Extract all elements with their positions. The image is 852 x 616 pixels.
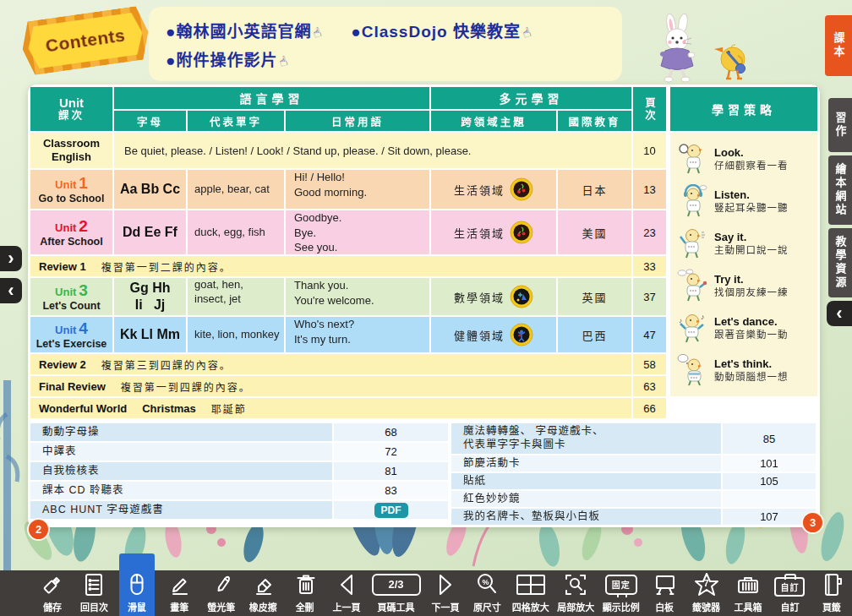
- previous-page-button[interactable]: 上一頁: [330, 570, 363, 616]
- row-unit1-letters: Aa Bb Cc: [114, 170, 186, 209]
- zoom-percent-icon: %: [474, 571, 500, 598]
- appendix-item: 動動字母操: [30, 423, 332, 441]
- row-classroom-title: ClassroomEnglish: [30, 133, 112, 168]
- page-number-tool[interactable]: 2/3 頁碼工具: [372, 570, 421, 616]
- mouse-icon: [124, 571, 150, 598]
- header-intl-education: 國際教育: [558, 111, 631, 131]
- life-curriculum-badge-icon: [510, 177, 533, 201]
- row-unit1-title: Unit1 Go to School: [30, 170, 112, 209]
- learning-strategies-panel: Look.仔細觀察看一看 Listen.豎起耳朵聽一聽 Say it.主動開口說…: [670, 133, 817, 396]
- whiteboard-button[interactable]: 白板: [647, 570, 681, 616]
- row-unit1-phrases: Hi! / Hello!Good morning.: [286, 170, 429, 209]
- row-unit4-title: Unit4 Let's Exercise: [30, 317, 112, 352]
- appendix-page: 105: [723, 473, 816, 489]
- strategy-look: Look.仔細觀察看一看: [677, 142, 811, 176]
- rabbit-and-chick-mascots: [630, 10, 773, 84]
- appendix-page: [723, 491, 816, 507]
- toolbox-button[interactable]: 工具箱: [731, 570, 765, 616]
- strategy-listen: Listen.豎起耳朵聽一聽: [677, 184, 811, 218]
- page-tabs-button[interactable]: 頁籤: [815, 570, 849, 616]
- row-wonderful-world-page: 66: [633, 398, 666, 418]
- think-bird-icon: [677, 353, 707, 387]
- highlighter-tool-button[interactable]: 螢光筆: [205, 570, 238, 616]
- appendix-item: 節慶活動卡: [451, 455, 721, 472]
- try-it-bird-icon: [677, 269, 707, 303]
- tab-workbook[interactable]: 習作: [828, 98, 852, 152]
- usb-drive-icon: [40, 571, 65, 598]
- row-classroom-page: 10: [633, 133, 666, 168]
- link-classdojo[interactable]: ●ClassDojo 快樂教室☝: [351, 19, 531, 41]
- highlighter-icon: [209, 571, 234, 598]
- eraser-tool-button[interactable]: 橡皮擦: [246, 570, 280, 616]
- appendix-page: 68: [334, 423, 448, 441]
- row-unit1-country: 日本: [558, 170, 631, 209]
- header-multi-learning: 多元學習: [431, 87, 631, 109]
- page-indicator[interactable]: 2/3: [372, 574, 421, 596]
- eraser-icon: [250, 571, 276, 598]
- tab-picturebook-site[interactable]: 繪本網站: [828, 155, 852, 225]
- header-cross-domain: 跨領域主題: [431, 111, 556, 131]
- header-letters: 字母: [114, 111, 186, 131]
- row-review2-page: 58: [633, 354, 666, 374]
- four-panel-zoom-button[interactable]: 四格放大: [512, 570, 549, 616]
- row-unit3-letters: Gg HhIi Jj: [114, 278, 186, 315]
- pen-tool-button[interactable]: 畫筆: [162, 570, 196, 616]
- life-curriculum-badge-icon: [510, 221, 533, 244]
- fixed-ratio-icon: 固定: [605, 575, 637, 595]
- appendix-item: 自我檢核表: [30, 462, 332, 480]
- contents-ribbon: Contents: [19, 5, 151, 76]
- partial-zoom-button[interactable]: 局部放大: [557, 570, 594, 616]
- hand-pointer-icon: ☝: [311, 23, 325, 41]
- delete-all-button[interactable]: 全刪: [288, 570, 322, 616]
- collapse-left-panel-button[interactable]: ‹: [0, 278, 22, 303]
- link-hanlin-site[interactable]: ●翰林國小英語官網☝: [166, 19, 322, 41]
- custom-tools-button[interactable]: 自訂 自訂: [773, 570, 806, 616]
- book-page-number-right: 3: [801, 511, 824, 534]
- dance-bird-icon: ♪♪: [677, 311, 707, 345]
- next-triangle-icon: [433, 571, 458, 598]
- number-picker-button[interactable]: 7 籤號器: [690, 570, 724, 616]
- expand-left-panel-button[interactable]: ›: [0, 246, 22, 271]
- appendix-page: 85: [723, 423, 816, 454]
- row-unit3-country: 英國: [558, 278, 631, 315]
- contents-table-card: Unit 課次 語言學習 多元學習 頁次 學習策略 字母 代表單字 日常用語 跨…: [28, 84, 820, 527]
- row-unit2-page: 23: [633, 210, 666, 254]
- listen-bird-icon: [677, 184, 707, 218]
- trash-icon: [292, 571, 318, 598]
- row-unit2-words: duck, egg, fish: [188, 210, 284, 254]
- hand-pointer-icon: ☝: [277, 52, 292, 70]
- row-unit3-domain: 數學領域: [431, 278, 556, 315]
- collapse-tabs-button[interactable]: ‹: [827, 301, 852, 326]
- tab-textbook[interactable]: 課本: [825, 15, 852, 76]
- row-unit3-title: Unit3 Let's Count: [30, 278, 112, 315]
- appendix-page: 101: [723, 455, 816, 472]
- back-to-contents-button[interactable]: 回目次: [77, 570, 111, 616]
- link-attachment-videos[interactable]: ●附件操作影片☝: [166, 47, 288, 70]
- strategy-lets-think: Let's think.動動頭腦想一想: [677, 353, 811, 387]
- say-it-bird-icon: [677, 226, 707, 260]
- appendix-page: 72: [334, 443, 448, 461]
- display-ratio-button[interactable]: 固定 顯示比例: [603, 570, 640, 616]
- row-unit3-phrases: Thank you.You're welcome.: [286, 278, 429, 315]
- next-page-button[interactable]: 下一頁: [429, 570, 462, 616]
- row-unit4-phrases: Who's next?It's my turn.: [286, 317, 429, 352]
- look-bird-icon: [677, 142, 707, 176]
- row-unit2-domain: 生活領域: [431, 210, 556, 254]
- row-unit2-letters: Dd Ee Ff: [114, 210, 186, 254]
- row-unit4-letters: Kk Ll Mm: [114, 317, 186, 352]
- appendix-item: 中譯表: [30, 443, 332, 461]
- tab-teaching-resources[interactable]: 教學資源: [828, 228, 852, 297]
- row-final-review-page: 63: [633, 376, 666, 396]
- row-review1: Review 1複習第一到二課的內容。: [30, 256, 631, 276]
- appendix-page: 83: [334, 482, 448, 499]
- save-button[interactable]: 儲存: [36, 570, 69, 616]
- original-size-button[interactable]: % 原尺寸: [470, 570, 504, 616]
- appendix-item: ABC HUNT 字母遊戲書: [30, 501, 332, 519]
- appendix-pdf-cell: PDF: [334, 501, 448, 519]
- appendix-item: 紅色妙妙鏡: [451, 491, 721, 507]
- pdf-download-button[interactable]: PDF: [374, 503, 408, 518]
- mouse-tool-button[interactable]: 滑鼠: [119, 553, 155, 616]
- row-unit2-phrases: Goodbye.Bye.See you.: [286, 210, 429, 254]
- row-unit3-page: 37: [633, 278, 666, 315]
- header-daily-expressions: 日常用語: [286, 111, 429, 131]
